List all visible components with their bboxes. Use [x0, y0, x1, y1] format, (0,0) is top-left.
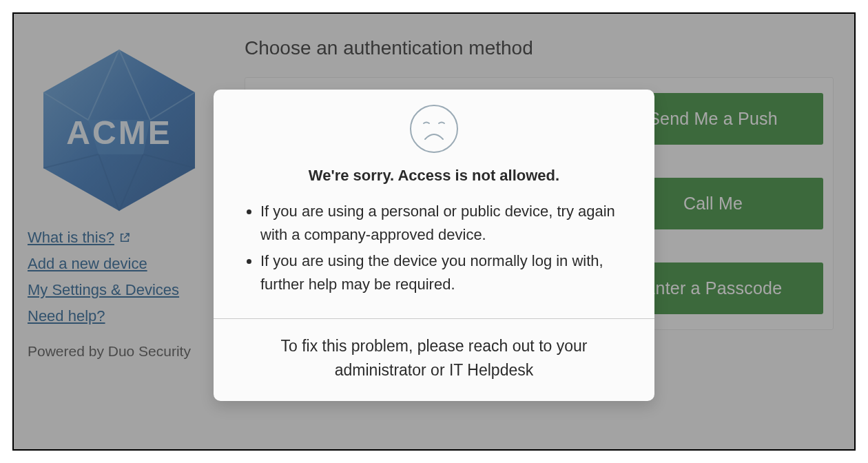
sad-face-icon — [234, 103, 634, 154]
modal-footer-text: To fix this problem, please reach out to… — [214, 318, 654, 401]
modal-bullet-list: If you are using a personal or public de… — [234, 200, 634, 296]
modal-bullet: If you are using the device you normally… — [260, 249, 630, 296]
modal-bullet: If you are using a personal or public de… — [260, 200, 630, 247]
access-denied-modal: We're sorry. Access is not allowed. If y… — [214, 90, 654, 401]
modal-title: We're sorry. Access is not allowed. — [234, 167, 634, 185]
svg-point-2 — [411, 105, 457, 152]
auth-prompt-frame: ACME What is this? Add a new device My S… — [12, 12, 856, 451]
modal-body: We're sorry. Access is not allowed. If y… — [214, 90, 654, 318]
